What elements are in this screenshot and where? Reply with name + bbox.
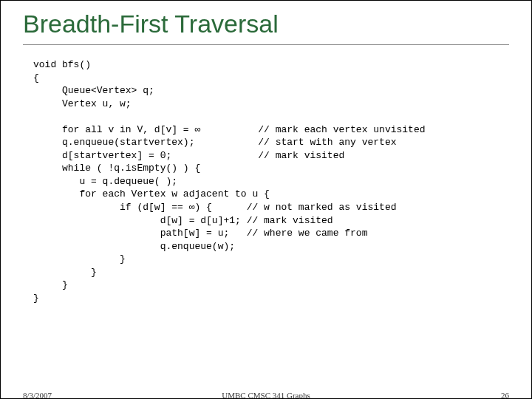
code-line: } [33,253,126,265]
code-line: void bfs() [33,59,91,70]
code-line: for each Vertex w adjacent to u { [33,188,270,200]
code-line: path[w] = u; // where we came from [33,228,367,239]
footer-middle: UMBC CMSC 341 Graphs [1,391,531,399]
code-line: while ( !q.isEmpty() ) { [33,163,200,174]
footer-page: 26 [501,391,509,399]
code-line: { [33,72,39,83]
slide-title: Breadth-First Traversal [23,10,531,43]
slide: Breadth-First Traversal void bfs() { Que… [0,0,532,399]
code-line: Vertex u, w; [33,98,132,109]
code-line: } [33,279,68,290]
code-line: Queue<Vertex> q; [33,85,154,96]
code-line: u = q.dequeue( ); [33,176,177,187]
code-line: d[w] = d[u]+1; // mark visited [33,215,333,226]
code-line: d[startvertex] = 0; // mark visited [33,150,344,161]
code-line: q.enqueue(w); [33,241,235,252]
code-line: for all v in V, d[v] = ∞ // mark each ve… [33,124,426,135]
code-line: if (d[w] == ∞) { // w not marked as visi… [33,202,396,213]
code-line: q.enqueue(startvertex); // start with an… [33,137,396,148]
title-wrap: Breadth-First Traversal [1,1,531,43]
code-line: } [33,293,39,304]
code-line: } [33,267,97,278]
code-block: void bfs() { Queue<Vertex> q; Vertex u, … [1,45,531,304]
